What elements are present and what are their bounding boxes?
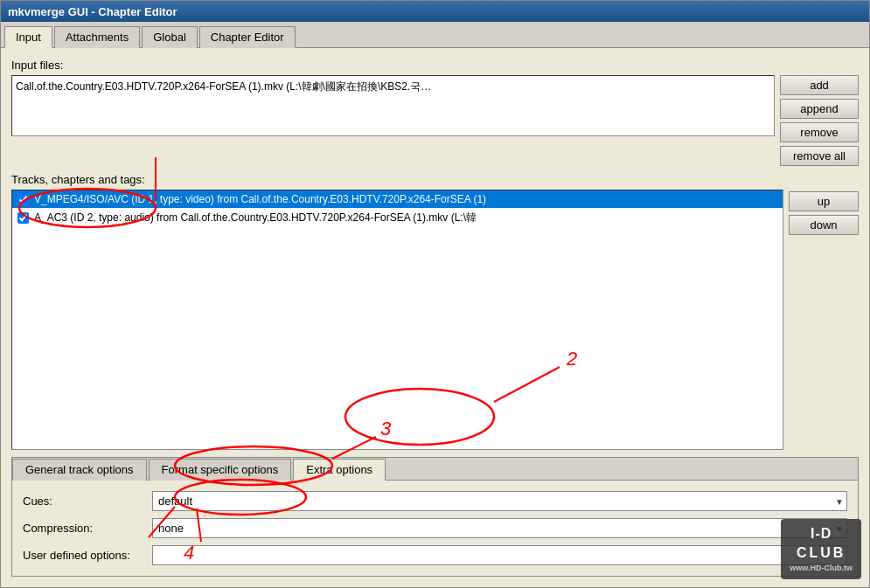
watermark: I-D CLUB www.HD-Club.tw bbox=[781, 519, 861, 579]
cues-select[interactable]: default only for I frames for all frames… bbox=[152, 491, 847, 511]
track-item[interactable]: A_AC3 (ID 2, type: audio) from Call.of.t… bbox=[12, 208, 783, 228]
track-item[interactable]: V_MPEG4/ISO/AVC (ID 1, type: video) from… bbox=[12, 190, 783, 208]
bottom-content: Cues: default only for I frames for all … bbox=[12, 481, 858, 576]
down-button[interactable]: down bbox=[789, 215, 859, 235]
title-text: mkvmerge GUI - Chapter Editor bbox=[8, 5, 177, 18]
compression-label: Compression: bbox=[23, 522, 145, 535]
up-button[interactable]: up bbox=[789, 191, 859, 211]
tab-general-track[interactable]: General track options bbox=[12, 459, 147, 481]
bottom-section: General track options Format specific op… bbox=[11, 457, 859, 577]
bottom-tab-bar: General track options Format specific op… bbox=[12, 458, 858, 481]
input-files-box: Call.of.the.Country.E03.HDTV.720P.x264-F… bbox=[11, 75, 775, 136]
track-checkbox-0[interactable] bbox=[17, 194, 29, 205]
compression-select[interactable]: none zlib mpeg4_p2 bbox=[152, 518, 847, 538]
tab-attachments[interactable]: Attachments bbox=[54, 26, 140, 48]
title-bar: mkvmerge GUI - Chapter Editor bbox=[1, 1, 869, 22]
compression-row: Compression: none zlib mpeg4_p2 ▼ bbox=[23, 518, 847, 538]
cues-row: Cues: default only for I frames for all … bbox=[23, 491, 847, 511]
append-button[interactable]: append bbox=[780, 99, 859, 119]
user-defined-label: User defined options: bbox=[23, 549, 145, 562]
tab-chapter-editor[interactable]: Chapter Editor bbox=[199, 26, 296, 48]
main-tab-bar: Input Attachments Global Chapter Editor bbox=[1, 22, 869, 48]
compression-select-wrapper: none zlib mpeg4_p2 ▼ bbox=[152, 518, 847, 538]
track-checkbox-1[interactable] bbox=[17, 212, 29, 224]
cues-select-wrapper: default only for I frames for all frames… bbox=[152, 491, 847, 511]
track-text-1: A_AC3 (ID 2, type: audio) from Call.of.t… bbox=[34, 211, 477, 225]
up-down-col: up down bbox=[789, 190, 859, 450]
tracks-label: Tracks, chapters and tags: bbox=[11, 173, 859, 186]
user-defined-row: User defined options: bbox=[23, 545, 847, 565]
remove-button[interactable]: remove bbox=[780, 122, 859, 142]
add-button[interactable]: add bbox=[780, 75, 859, 95]
tracks-section: Tracks, chapters and tags: V_MPEG4/ISO/A… bbox=[11, 173, 859, 450]
main-content: Input files: Call.of.the.Country.E03.HDT… bbox=[1, 48, 869, 587]
tracks-list: V_MPEG4/ISO/AVC (ID 1, type: video) from… bbox=[11, 190, 783, 450]
tab-global[interactable]: Global bbox=[142, 26, 198, 48]
main-window: mkvmerge GUI - Chapter Editor Input Atta… bbox=[0, 0, 870, 588]
tab-extra-options[interactable]: Extra options bbox=[293, 459, 386, 481]
user-defined-input[interactable] bbox=[152, 545, 847, 565]
input-files-label: Input files: bbox=[11, 59, 859, 72]
input-buttons-col: add append remove remove all bbox=[780, 75, 859, 166]
tab-input[interactable]: Input bbox=[4, 26, 52, 48]
tab-format-specific[interactable]: Format specific options bbox=[149, 459, 292, 481]
cues-label: Cues: bbox=[23, 495, 145, 508]
input-files-section: Input files: Call.of.the.Country.E03.HDT… bbox=[11, 59, 859, 166]
input-files-row: Call.of.the.Country.E03.HDTV.720P.x264-F… bbox=[11, 75, 859, 166]
track-text-0: V_MPEG4/ISO/AVC (ID 1, type: video) from… bbox=[34, 193, 486, 205]
remove-all-button[interactable]: remove all bbox=[780, 146, 859, 166]
tracks-row: V_MPEG4/ISO/AVC (ID 1, type: video) from… bbox=[11, 190, 859, 450]
